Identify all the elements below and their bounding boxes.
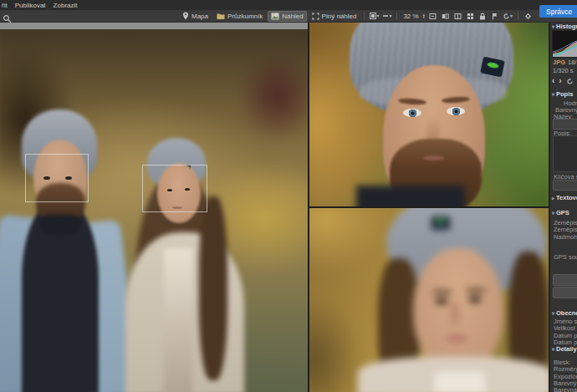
rotate-dropdown[interactable]: ▾	[503, 11, 513, 21]
file-size-label: Velikost souboru:	[554, 324, 577, 332]
tag-button[interactable]	[490, 11, 501, 21]
file-frame-index: 18/160	[568, 59, 577, 66]
one-to-one-icon	[442, 13, 449, 20]
crop-man-eye-right	[447, 107, 465, 115]
crop-woman-brow-right	[465, 288, 487, 293]
dash-icon	[382, 13, 389, 19]
folder-icon	[217, 13, 225, 20]
manager-button[interactable]: Správce	[539, 5, 577, 18]
focus-rect-man	[25, 154, 89, 202]
section-textove-informace[interactable]: ▸Textové informace	[552, 194, 577, 201]
crop-woman-patch	[431, 216, 450, 230]
lock-icon	[479, 13, 486, 20]
gps-button-2[interactable]	[553, 287, 577, 298]
prev-file-button[interactable]: ‹	[552, 77, 554, 85]
zoom-level[interactable]: 32 %	[401, 13, 420, 20]
detail-crop-woman[interactable]	[309, 208, 549, 392]
description-textarea[interactable]	[553, 135, 577, 172]
full-preview-button[interactable]: Plný náhled	[309, 11, 360, 22]
map-pin-icon	[182, 12, 189, 20]
color-depth-label: Barevná hloubka:	[554, 386, 577, 392]
menu-item-fragment[interactable]: řit	[2, 2, 8, 9]
file-info-row: JPG18/160	[553, 59, 577, 66]
dimensions-label: Rozměry:	[554, 365, 577, 373]
map-button[interactable]: Mapa	[179, 11, 212, 22]
menu-item-publikovat[interactable]: Publikovat	[15, 2, 46, 9]
woman-coat-opening	[164, 248, 192, 392]
fit-icon	[429, 13, 437, 20]
focus-rect-woman	[142, 165, 207, 212]
toolbar-center: Mapa Průzkumník Náhled Plný náhled ▾ ▾ 3…	[179, 10, 534, 22]
crop-man-shoulder	[356, 186, 465, 206]
search-icon[interactable]	[3, 12, 12, 21]
fit-to-screen-button[interactable]	[427, 11, 438, 21]
display-mode-dropdown[interactable]: ▾	[369, 11, 380, 21]
crop-woman-soft-layer	[309, 208, 549, 392]
file-nav-row: ‹ ›	[552, 77, 574, 85]
file-format-badge: JPG	[553, 59, 565, 66]
crop-man-eye-left	[403, 109, 421, 117]
histogram-chart	[552, 30, 577, 58]
crop-woman-brow-left	[431, 290, 453, 294]
split-icon	[454, 13, 462, 20]
wrench-icon	[524, 13, 532, 20]
split-view-button[interactable]	[452, 11, 463, 21]
main-preview-pane[interactable]	[0, 22, 308, 392]
refresh-icon[interactable]	[566, 78, 574, 85]
thumbnail-icon	[370, 13, 376, 19]
gps-button-1[interactable]	[553, 274, 577, 286]
settings-button[interactable]	[523, 11, 534, 21]
actual-size-button[interactable]	[440, 11, 451, 21]
section-popis[interactable]: ▾Popis	[552, 90, 573, 98]
gps-note: GPS souřadnice	[554, 253, 577, 261]
grid-icon	[467, 13, 474, 20]
lock-button[interactable]	[477, 11, 488, 21]
title-input[interactable]	[553, 119, 577, 130]
next-file-button[interactable]: ›	[559, 77, 561, 85]
menu-item-zobrazit[interactable]: Zobrazit	[54, 2, 78, 9]
section-obecne[interactable]: ▾Obecné	[552, 309, 577, 317]
fullscreen-icon	[312, 13, 319, 20]
crop-man-mouth	[423, 155, 445, 160]
main-photo[interactable]	[0, 29, 308, 392]
keywords-input[interactable]	[553, 180, 577, 191]
menu-bar: řit Publikovat Zobrazit	[0, 0, 577, 10]
woman-hair-front	[199, 196, 227, 380]
rotate-icon	[503, 13, 510, 20]
crop-woman-lips	[445, 335, 468, 342]
information-panel: ▾Histogram JPG18/160 1/320 s ‹ › ▾Popis …	[549, 22, 577, 392]
image-icon	[271, 13, 279, 20]
gps-altitude-label: Nadmořská výška:	[554, 233, 577, 241]
man-turtleneck	[40, 215, 80, 235]
explorer-button[interactable]: Průzkumník	[213, 11, 266, 22]
crop-woman-eye-right	[468, 297, 482, 303]
section-detaily[interactable]: ▾Detaily	[552, 345, 577, 353]
crop-woman-inner-top	[435, 372, 485, 392]
flag-icon	[492, 13, 498, 20]
preview-button[interactable]: Náhled	[268, 11, 306, 22]
compare-dropdown[interactable]: ▾	[381, 11, 392, 21]
section-histogram[interactable]: ▾Histogram	[552, 23, 577, 30]
gps-longitude-label: Zeměpisná délka:	[554, 226, 577, 233]
zoom-stepper[interactable]: ▲▼	[422, 13, 426, 18]
grid-view-button[interactable]	[465, 11, 476, 21]
section-gps[interactable]: ▾GPS	[552, 209, 569, 216]
detail-crop-man[interactable]	[309, 22, 549, 206]
crop-woman-nose	[450, 302, 460, 325]
crop-woman-eye-left	[435, 298, 448, 304]
shutter-speed: 1/320 s	[553, 67, 574, 74]
